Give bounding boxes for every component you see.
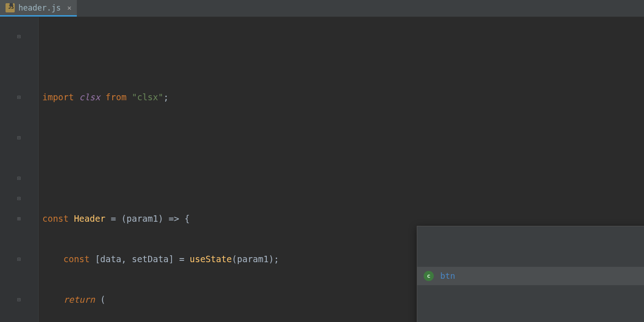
completion-item[interactable]: c btn (417, 267, 644, 285)
file-tab[interactable]: JS header.js ✕ (0, 0, 77, 17)
kind-chip-icon: c (424, 271, 434, 281)
js-file-icon: JS (6, 3, 15, 12)
fold-marker[interactable]: ⊟ (0, 87, 38, 107)
code-line[interactable]: const [data, setData] = useState(param1)… (42, 249, 342, 269)
gutter-blank (0, 107, 38, 127)
fold-marker[interactable]: ⊟ (0, 127, 38, 148)
code-area[interactable]: import clsx from "clsx"; const Header = … (39, 17, 342, 322)
gutter-blank (0, 67, 38, 87)
gutter-blank (0, 229, 38, 249)
tab-bar: JS header.js ✕ (0, 0, 644, 17)
fold-marker[interactable]: ⊟ (0, 188, 38, 208)
code-line[interactable]: return ( (42, 289, 342, 310)
gutter-blank (0, 46, 38, 67)
gutter-blank (0, 269, 38, 289)
close-tab-icon[interactable]: ✕ (67, 4, 71, 12)
editor: ⊟ ⊟ ⊟ ⊟ ⊟ ⊞ ⊟ ⊟ ⊟ import clsx from "clsx… (0, 17, 644, 322)
gutter-blank (0, 310, 38, 322)
code-line[interactable] (42, 168, 342, 188)
fold-marker[interactable]: ⊟ (0, 289, 38, 310)
code-line[interactable]: const Header = (param1) => { (42, 208, 342, 229)
completion-popup: c btn c btn-lg c btn- c btn-check Press … (417, 226, 644, 322)
code-line[interactable]: import clsx from "clsx"; (42, 87, 342, 107)
fold-marker[interactable]: ⊟ (0, 168, 38, 188)
gutter: ⊟ ⊟ ⊟ ⊟ ⊟ ⊞ ⊟ ⊟ ⊟ (0, 17, 39, 322)
tab-filename: header.js (18, 3, 61, 12)
gutter-blank (0, 148, 38, 168)
fold-marker[interactable]: ⊞ (0, 208, 38, 229)
fold-marker[interactable]: ⊟ (0, 249, 38, 269)
fold-marker[interactable]: ⊟ (0, 26, 38, 46)
code-line[interactable] (42, 127, 342, 148)
